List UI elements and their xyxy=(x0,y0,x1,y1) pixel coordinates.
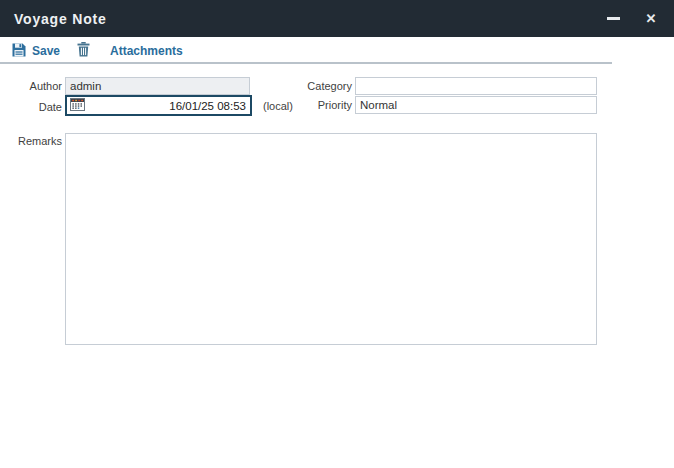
author-label: Author xyxy=(6,80,62,92)
save-button-label: Save xyxy=(32,44,60,58)
priority-field[interactable] xyxy=(355,96,597,114)
minimize-icon xyxy=(607,17,620,20)
delete-button[interactable] xyxy=(77,43,90,59)
category-field[interactable] xyxy=(355,77,597,95)
save-icon xyxy=(12,43,26,60)
titlebar[interactable]: Voyage Note ✕ xyxy=(0,0,674,37)
attachments-button-label: Attachments xyxy=(110,44,183,58)
calendar-picker-button[interactable] xyxy=(70,98,85,114)
minimize-button[interactable] xyxy=(598,0,628,37)
category-label: Category xyxy=(296,80,352,92)
window-title: Voyage Note xyxy=(14,11,107,27)
attachments-button[interactable]: Attachments xyxy=(110,42,183,60)
priority-label: Priority xyxy=(296,99,352,111)
toolbar-separator xyxy=(0,62,612,64)
close-icon: ✕ xyxy=(646,12,657,25)
remarks-label: Remarks xyxy=(6,135,62,147)
date-label: Date xyxy=(6,101,62,113)
close-button[interactable]: ✕ xyxy=(636,0,666,37)
remarks-textarea[interactable] xyxy=(65,133,597,345)
voyage-note-dialog: Voyage Note ✕ Save xyxy=(0,0,674,468)
date-field[interactable]: 16/01/25 08:53 xyxy=(65,95,252,116)
save-button[interactable]: Save xyxy=(12,42,60,60)
trash-icon xyxy=(77,42,90,60)
calendar-icon xyxy=(70,98,85,114)
date-value: 16/01/25 08:53 xyxy=(85,100,250,112)
date-local-suffix: (local) xyxy=(263,100,293,112)
author-field[interactable] xyxy=(65,77,250,95)
